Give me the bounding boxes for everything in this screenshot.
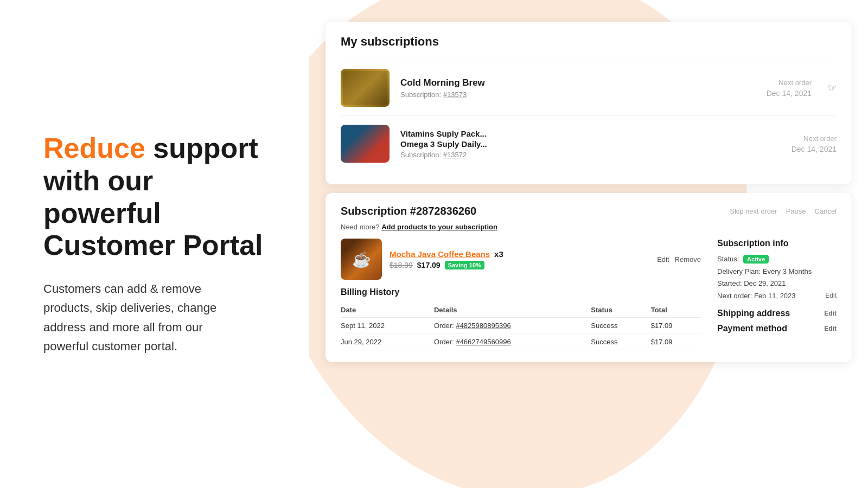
vitamins-next-order: Next order Dec 14, 2021 [792, 134, 837, 153]
hero-heading: Reduce supportwith our powerfulCustomer … [43, 132, 277, 262]
product-row: ☕ Mocha Java Coffee Beans x3 $18.99 $17.… [341, 239, 701, 280]
cold-morning-brew-image [341, 69, 390, 107]
billing-table-header-row: Date Details Status Total [341, 303, 701, 318]
cold-morning-brew-name: Cold Morning Brew [400, 78, 756, 88]
sub-info-delivery-row: Delivery Plan: Every 3 Months [717, 266, 837, 277]
product-name-link[interactable]: Mocha Java Coffee Beans [390, 249, 490, 259]
left-panel: Reduce supportwith our powerfulCustomer … [0, 0, 309, 488]
cursor-icon: ☞ [828, 82, 837, 94]
vitamins-product-image [341, 125, 390, 163]
add-products-link[interactable]: Add products to your subscription [381, 223, 497, 231]
cold-morning-brew-next-order: Next order Dec 14, 2021 [767, 79, 812, 98]
detail-title: Subscription #2872836260 [341, 205, 476, 217]
billing-col-total: Total [651, 303, 701, 318]
subscription-list-card: My subscriptions Cold Morning Brew Subsc… [326, 22, 852, 184]
billing-title: Billing History [341, 287, 701, 297]
next-order-label-1: Next order [767, 79, 812, 87]
vitamins-id: Subscription: #13572 [400, 151, 781, 159]
subscriptions-card-title: My subscriptions [341, 35, 837, 49]
billing-status-1: Success [591, 318, 650, 334]
product-qty: x3 [494, 249, 503, 259]
product-info: Mocha Java Coffee Beans x3 $18.99 $17.09… [390, 249, 649, 269]
shipping-address-section: Shipping address Edit [717, 309, 837, 318]
price-new: $17.09 [417, 261, 441, 269]
price-old: $18.99 [390, 261, 413, 269]
next-order-date-2: Dec 14, 2021 [792, 145, 837, 153]
sub-info-started-row: Started: Dec 29, 2021 [717, 278, 837, 289]
detail-actions: Skip next order Pause Cancel [730, 207, 837, 215]
payment-title: Payment method Edit [717, 324, 837, 333]
sub-id-link-1[interactable]: #13573 [443, 91, 467, 99]
billing-col-status: Status [591, 303, 650, 318]
vitamins-name-1: Vitamins Suply Pack... [400, 129, 781, 138]
cancel-link[interactable]: Cancel [815, 207, 837, 215]
billing-col-date: Date [341, 303, 434, 318]
mocha-java-product-image: ☕ [341, 239, 382, 280]
hero-heading-highlight: Reduce [43, 132, 145, 164]
next-order-date-1: Dec 14, 2021 [767, 89, 812, 98]
sub-info-next-order-row: Next order: Feb 11, 2023 Edit [717, 291, 837, 301]
billing-table: Date Details Status Total Sept 11, 2022 [341, 303, 701, 350]
vitamins-info: Vitamins Suply Pack... Omega 3 Suply Dai… [400, 129, 781, 159]
billing-details-2: Order: #4662749560996 [434, 334, 591, 350]
billing-total-2: $17.09 [651, 334, 701, 350]
saving-badge: Saving 10% [445, 261, 484, 269]
billing-date-2: Jun 29, 2022 [341, 334, 434, 350]
detail-right: Subscription info Status: Active Deliver… [717, 239, 837, 350]
payment-edit-link[interactable]: Edit [824, 325, 837, 332]
vitamins-image [341, 125, 390, 163]
right-panel: My subscriptions Cold Morning Brew Subsc… [309, 0, 868, 488]
cold-morning-brew-id: Subscription: #13573 [400, 91, 756, 99]
billing-row-2: Jun 29, 2022 Order: #4662749560996 Succe… [341, 334, 701, 350]
skip-next-order-link[interactable]: Skip next order [730, 207, 777, 215]
billing-col-details: Details [434, 303, 591, 318]
billing-status-2: Success [591, 334, 650, 350]
add-products-text: Need more? Add products to your subscrip… [341, 223, 837, 231]
next-order-label-2: Next order [792, 134, 837, 143]
detail-header: Subscription #2872836260 Skip next order… [341, 205, 837, 217]
subscription-item-1[interactable]: Cold Morning Brew Subscription: #13573 N… [341, 60, 837, 115]
billing-total-1: $17.09 [651, 318, 701, 334]
vitamins-name-2: Omega 3 Suply Daily... [400, 139, 781, 149]
billing-order-link-2[interactable]: #4662749560996 [456, 338, 510, 346]
shipping-edit-link[interactable]: Edit [824, 310, 837, 317]
product-prices: $18.99 $17.09 Saving 10% [390, 261, 649, 269]
product-remove-link[interactable]: Remove [675, 255, 701, 264]
billing-order-link-1[interactable]: #4825980895396 [456, 322, 510, 330]
subscription-detail-card: Subscription #2872836260 Skip next order… [326, 193, 852, 362]
billing-details-1: Order: #4825980895396 [434, 318, 591, 334]
product-edit-remove: Edit Remove [657, 255, 701, 264]
cold-morning-brew-info: Cold Morning Brew Subscription: #13573 [400, 78, 756, 99]
subscription-item-2[interactable]: Vitamins Suply Pack... Omega 3 Suply Dai… [341, 115, 837, 171]
sub-info-title: Subscription info [717, 239, 837, 248]
billing-date-1: Sept 11, 2022 [341, 318, 434, 334]
billing-row-1: Sept 11, 2022 Order: #4825980895396 Succ… [341, 318, 701, 334]
cards-container: My subscriptions Cold Morning Brew Subsc… [309, 0, 868, 488]
hero-subtext: Customers can add & removeproducts, skip… [43, 279, 277, 356]
detail-left: ☕ Mocha Java Coffee Beans x3 $18.99 $17.… [341, 239, 701, 350]
status-active-badge: Active [743, 255, 769, 264]
pause-link[interactable]: Pause [786, 207, 806, 215]
product-name-row: Mocha Java Coffee Beans x3 [390, 249, 649, 259]
coffee-beans-image [341, 69, 390, 107]
billing-section: Billing History Date Details Status Tota… [341, 287, 701, 350]
detail-body: ☕ Mocha Java Coffee Beans x3 $18.99 $17.… [341, 239, 837, 350]
product-edit-link[interactable]: Edit [657, 255, 669, 264]
shipping-title: Shipping address Edit [717, 309, 837, 318]
sub-info-section: Subscription info Status: Active Deliver… [717, 239, 837, 301]
sub-id-link-2[interactable]: #13572 [443, 151, 467, 159]
sub-info-status-row: Status: Active [717, 254, 837, 265]
sub-info-edit-link[interactable]: Edit [825, 291, 837, 300]
payment-method-section: Payment method Edit [717, 324, 837, 333]
